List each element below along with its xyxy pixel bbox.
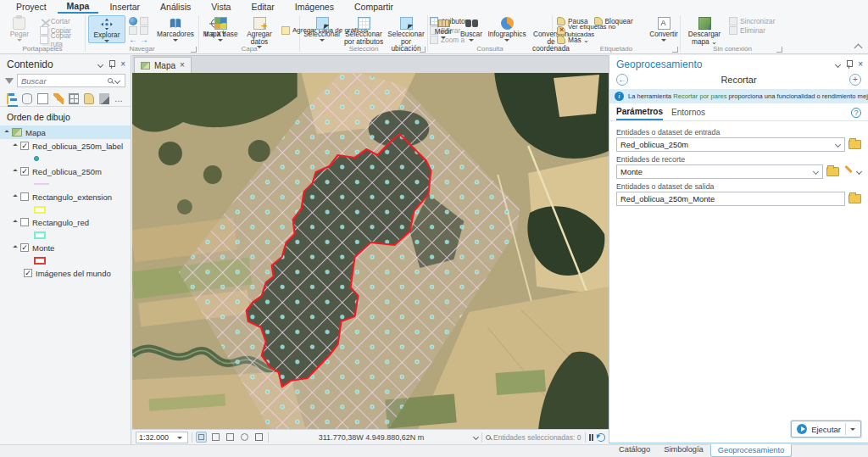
layer-checkbox[interactable]: [20, 218, 29, 226]
expand-icon[interactable]: [13, 169, 18, 174]
expand-icon[interactable]: [13, 143, 18, 148]
tab-analisis[interactable]: Análisis: [151, 1, 200, 13]
layer-checkbox[interactable]: ✓: [20, 243, 29, 252]
select-button[interactable]: Seleccionar: [303, 15, 342, 43]
layer-row-monte[interactable]: ✓ Monte: [0, 241, 131, 254]
tab-insertar[interactable]: Insertar: [100, 1, 149, 13]
layer-row-rectangulo-red[interactable]: Rectangulo_red: [0, 215, 131, 229]
symbol-row[interactable]: [0, 178, 131, 190]
symbol-row[interactable]: [0, 203, 131, 215]
input-browse-folder-icon[interactable]: [849, 140, 861, 149]
tab-mapa[interactable]: Mapa: [58, 0, 99, 14]
clip-browse-folder-icon[interactable]: [826, 167, 839, 176]
contents-pin-icon[interactable]: [108, 60, 114, 69]
clip-features-chevron-icon[interactable]: [813, 169, 819, 175]
expand-icon[interactable]: [13, 245, 18, 250]
contents-menu-chevron-icon[interactable]: [97, 61, 103, 67]
collapse-ribbon-icon[interactable]: [854, 44, 863, 53]
output-browse-folder-icon[interactable]: [849, 194, 861, 203]
geoprocessing-menu-chevron-icon[interactable]: [835, 61, 841, 67]
geoprocessing-tab[interactable]: Geoprocesamiento: [710, 444, 793, 457]
delete-button[interactable]: Eliminar: [727, 26, 777, 35]
infographics-button[interactable]: Infographics: [487, 15, 527, 43]
swap-basemap-button[interactable]: [225, 432, 236, 443]
contents-close-icon[interactable]: ×: [120, 60, 125, 69]
grid-toggle[interactable]: [210, 432, 221, 443]
scale-combo[interactable]: [136, 432, 188, 443]
snapping-toggle[interactable]: [239, 432, 250, 443]
tab-proyect[interactable]: Proyect: [7, 1, 56, 13]
popup-toggle[interactable]: [253, 432, 264, 443]
scale-input[interactable]: [136, 433, 175, 442]
symbol-row[interactable]: [0, 254, 131, 266]
filter-icon[interactable]: [5, 78, 14, 84]
layer-checkbox[interactable]: ✓: [24, 269, 32, 277]
layer-row-rectangulo-extension[interactable]: Rectangulo_extension: [0, 190, 131, 203]
run-button[interactable]: Ejecutar: [791, 421, 861, 437]
symbol-row[interactable]: [0, 229, 131, 241]
zoom-tools-button[interactable]: [127, 26, 149, 35]
more-labels-button[interactable]: Más ⌄: [555, 36, 645, 44]
parameters-tab[interactable]: Parámetros: [616, 107, 663, 120]
download-map-button[interactable]: Descargar mapa ⌄: [683, 15, 726, 43]
output-features-input[interactable]: [617, 195, 844, 203]
selectable-layers-toggle[interactable]: [196, 432, 207, 443]
expand-icon[interactable]: [13, 194, 18, 199]
tab-imagenes[interactable]: Imágenes: [286, 1, 343, 13]
tab-compartir[interactable]: Compartir: [345, 1, 403, 13]
list-by-data-source-tab[interactable]: [22, 93, 32, 104]
expand-icon[interactable]: [4, 130, 9, 135]
list-by-selection-tab[interactable]: [37, 93, 47, 104]
etiquetado-dialog-launcher-icon[interactable]: [672, 47, 678, 53]
list-by-labeling-tab[interactable]: [84, 93, 94, 104]
unplaced-labels-button[interactable]: Ver etiquetas no ubicadas: [555, 26, 645, 35]
clip-features-input[interactable]: [617, 168, 814, 176]
basemap-button[interactable]: Mapa base: [202, 15, 239, 43]
select-by-attributes-button[interactable]: Seleccionar por atributos: [343, 15, 384, 43]
add-data-button[interactable]: Agregar datos: [241, 15, 278, 43]
select-by-location-button[interactable]: Seleccionar por ubicación: [386, 15, 426, 43]
pairwise-clip-link[interactable]: Recortar por pares: [673, 92, 726, 100]
map-viewport[interactable]: [132, 73, 609, 429]
layer-checkbox[interactable]: ✓: [20, 167, 29, 176]
run-caret-icon[interactable]: [850, 428, 855, 431]
convert-labels-button[interactable]: Convertir: [647, 15, 681, 43]
pause-drawing-button[interactable]: [589, 434, 594, 441]
layer-checkbox[interactable]: ✓: [20, 142, 29, 150]
refresh-map-icon[interactable]: [597, 433, 605, 442]
symbology-tab[interactable]: Simbología: [657, 444, 710, 455]
sync-button[interactable]: Sincronizar: [727, 17, 777, 25]
geoprocessing-close-icon[interactable]: ×: [858, 60, 863, 69]
bookmarks-button[interactable]: Marcadores: [151, 15, 200, 43]
prev-next-extent-buttons[interactable]: ←→: [127, 36, 149, 44]
list-by-snapping-tab[interactable]: [69, 93, 79, 104]
layer-row-mapa[interactable]: Mapa: [0, 125, 131, 139]
sin-conexion-dialog-launcher-icon[interactable]: [776, 47, 782, 53]
tab-vista[interactable]: Vista: [202, 1, 240, 13]
map-view-tab[interactable]: Mapa ×: [134, 57, 192, 73]
input-features-chevron-icon[interactable]: [835, 142, 841, 148]
list-by-drawing-order-tab[interactable]: [7, 93, 17, 104]
seleccion-dialog-launcher-icon[interactable]: [420, 47, 426, 53]
layer-row-red-oblicua-label[interactable]: ✓ Red_oblicua_250m_label: [0, 139, 131, 153]
back-button[interactable]: ←: [616, 74, 628, 86]
map-tab-close-icon[interactable]: ×: [180, 61, 185, 70]
contents-search-input[interactable]: [21, 76, 105, 86]
input-features-input[interactable]: [617, 141, 836, 149]
paste-button[interactable]: Pegar: [3, 15, 36, 43]
measure-button[interactable]: Medir: [431, 15, 456, 43]
tab-editar[interactable]: Editar: [242, 1, 283, 13]
layer-checkbox[interactable]: [20, 192, 29, 201]
catalog-tab[interactable]: Catálogo: [612, 444, 657, 455]
layer-row-imagenes-del-mundo[interactable]: ✓ Imágenes del mundo: [0, 266, 131, 280]
symbol-row[interactable]: [0, 153, 131, 164]
expand-icon[interactable]: [13, 220, 18, 225]
full-extent-button[interactable]: [127, 17, 149, 25]
open-tool-icon[interactable]: +: [849, 74, 861, 86]
more-tabs-icon[interactable]: …: [114, 94, 124, 103]
explore-button[interactable]: Explorar: [88, 15, 125, 43]
coordinates-readout[interactable]: 311.770,38W 4.949.880,62N m: [272, 433, 470, 442]
search-chevron-icon[interactable]: [114, 77, 120, 83]
cut-button[interactable]: Cortar: [38, 17, 82, 25]
pencil-chevron-icon[interactable]: [856, 169, 862, 175]
